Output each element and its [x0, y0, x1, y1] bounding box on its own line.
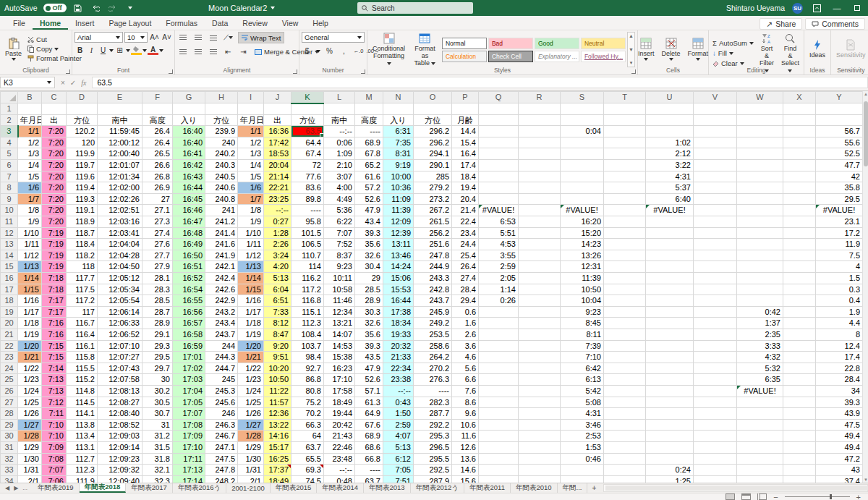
cell-T11[interactable]	[604, 216, 646, 228]
cell-B7[interactable]: 1/5	[18, 171, 42, 182]
cell-C6[interactable]: 7:20	[42, 160, 67, 171]
cell-P34[interactable]: 15.6	[452, 475, 479, 483]
cell-Y29[interactable]: 47.5	[816, 419, 863, 431]
cell-T13[interactable]	[604, 239, 646, 250]
cell-K30[interactable]: 64	[292, 431, 324, 442]
cell-N23[interactable]: 21:33	[383, 352, 414, 363]
cell-S25[interactable]: 6:13	[561, 374, 604, 386]
cell-U30[interactable]	[646, 431, 694, 442]
cell-G31[interactable]: 17:10	[173, 441, 205, 453]
cell-V12[interactable]	[694, 227, 737, 239]
align-right-button[interactable]	[208, 46, 218, 57]
cell-Q14[interactable]: 3:55	[479, 250, 519, 261]
cell-P9[interactable]: 20.4	[452, 193, 479, 205]
column-header-L[interactable]: L	[324, 92, 355, 103]
cell-H7[interactable]: 240.5	[205, 171, 238, 182]
save-icon[interactable]	[72, 2, 84, 14]
cell-I25[interactable]: 1/23	[238, 374, 264, 386]
cell-I31[interactable]: 1/29	[238, 441, 264, 453]
cell-P10[interactable]: 21.4	[452, 205, 479, 216]
cell-U12[interactable]	[646, 227, 694, 239]
ribbon-display-options-icon[interactable]	[810, 1, 823, 14]
cell-P17[interactable]: 28.4	[452, 284, 479, 295]
cell-G24[interactable]: 17:02	[173, 363, 205, 374]
cell-Y13[interactable]: 11.9	[816, 239, 863, 250]
cell-U3[interactable]	[646, 126, 694, 137]
row-header-34[interactable]: 34	[1, 475, 18, 483]
cell-F27[interactable]: 30.5	[142, 397, 173, 408]
cell-V30[interactable]	[694, 431, 737, 442]
cell-V10[interactable]	[694, 205, 737, 216]
cell-O13[interactable]: 251.6	[414, 239, 452, 250]
cell-L21[interactable]: 14:07	[324, 329, 355, 340]
cell-I19[interactable]: 1/17	[238, 306, 264, 318]
cell-G16[interactable]: 16:52	[173, 273, 205, 284]
cell-D32[interactable]: 112.7	[67, 453, 98, 465]
cell-C16[interactable]: 7:18	[42, 273, 67, 284]
column-header-X[interactable]: X	[783, 92, 816, 103]
cell-X17[interactable]	[783, 284, 816, 295]
cell-J19[interactable]: 7:33	[264, 306, 292, 318]
cell-E11[interactable]: 12:03:16	[98, 216, 142, 228]
cell-O24[interactable]: 270.2	[414, 363, 452, 374]
cell-C1[interactable]	[42, 103, 67, 115]
zoom-out-icon[interactable]: −	[773, 493, 778, 500]
cell-O8[interactable]: 279.2	[414, 182, 452, 194]
cell-T24[interactable]	[604, 363, 646, 374]
cell-G21[interactable]: 16:58	[173, 329, 205, 340]
cell-Q18[interactable]: 0:26	[479, 295, 519, 307]
cell-M5[interactable]: 67.8	[355, 148, 383, 160]
cell-B32[interactable]: 1/30	[18, 453, 42, 465]
cell-R34[interactable]	[519, 475, 561, 483]
cell-O9[interactable]: 273.2	[414, 193, 452, 205]
cell-E10[interactable]: 12:02:51	[98, 205, 142, 216]
sheet-tab-10[interactable]: 年間表2011	[464, 483, 511, 493]
cell-O16[interactable]: 243.3	[414, 273, 452, 284]
cell-R15[interactable]	[519, 261, 561, 273]
cell-F2[interactable]: 高度	[142, 114, 173, 126]
cell-N8[interactable]: 10:36	[383, 182, 414, 194]
cell-G19[interactable]: 16:56	[173, 306, 205, 318]
cell-E24[interactable]: 12:07:43	[98, 363, 142, 374]
cell-M7[interactable]: 61.6	[355, 171, 383, 182]
cell-E9[interactable]: 12:02:26	[98, 193, 142, 205]
cell-W29[interactable]	[737, 419, 783, 431]
sheet-nav-right-icon[interactable]: ▶	[14, 485, 18, 491]
cell-W27[interactable]	[737, 397, 783, 408]
cell-O32[interactable]: 295.5	[414, 453, 452, 465]
row-header-16[interactable]: 16	[1, 273, 18, 284]
cell-H15[interactable]: 242.1	[205, 261, 238, 273]
cell-X25[interactable]	[783, 374, 816, 386]
cell-X21[interactable]	[783, 329, 816, 340]
cell-U9[interactable]: 6:40	[646, 193, 694, 205]
cell-U33[interactable]: 0:24	[646, 465, 694, 476]
cell-D24[interactable]: 115.5	[67, 363, 98, 374]
cell-M10[interactable]: 47.9	[355, 205, 383, 216]
sheet-nav-left-icon[interactable]: ◀	[5, 485, 9, 491]
cell-N11[interactable]: 12:09	[383, 216, 414, 228]
cell-V7[interactable]	[694, 171, 737, 182]
cell-C5[interactable]: 7:20	[42, 148, 67, 160]
cell-C7[interactable]: 7:20	[42, 171, 67, 182]
cell-R19[interactable]	[519, 306, 561, 318]
cell-H34[interactable]: 248.2	[205, 475, 238, 483]
cell-M6[interactable]: 65.2	[355, 160, 383, 171]
cell-C26[interactable]: 7:13	[42, 385, 67, 397]
cell-U8[interactable]: 5:37	[646, 182, 694, 194]
decrease-indent-button[interactable]: ⇤	[223, 46, 234, 57]
cell-R2[interactable]	[519, 114, 561, 126]
cell-G34[interactable]: 17:14	[173, 475, 205, 483]
cell-N4[interactable]: 7:35	[383, 137, 414, 148]
cell-J14[interactable]: 3:24	[264, 250, 292, 261]
cell-M26[interactable]: 57.1	[355, 385, 383, 397]
sheet-tab-5[interactable]: 2001-2100	[226, 483, 270, 493]
cell-C3[interactable]: 7:20	[42, 126, 67, 137]
zoom-in-icon[interactable]: +	[856, 493, 861, 500]
column-header-F[interactable]: F	[142, 92, 173, 103]
cell-F29[interactable]: 31	[142, 419, 173, 431]
cell-P3[interactable]: 14.4	[452, 126, 479, 137]
sheet-tab-3[interactable]: 年間表2017	[126, 483, 173, 493]
cell-W22[interactable]: 3:33	[737, 340, 783, 352]
cell-R6[interactable]	[519, 160, 561, 171]
cell-L1[interactable]	[324, 103, 355, 115]
